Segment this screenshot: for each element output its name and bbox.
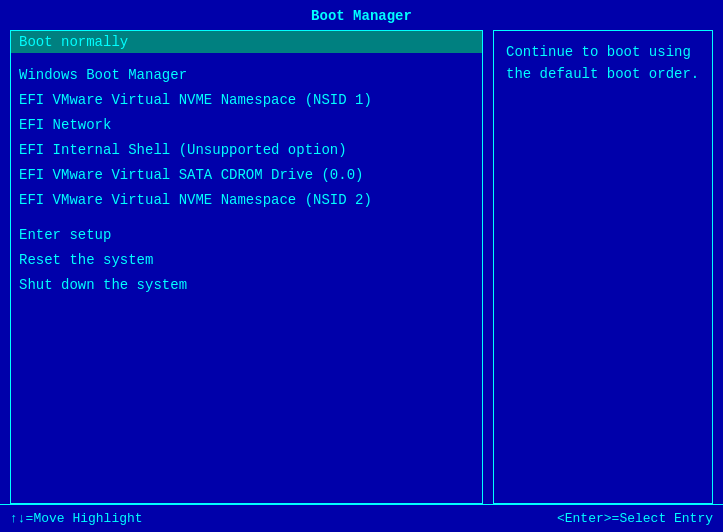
menu-item-reset-system[interactable]: Reset the system (19, 248, 474, 273)
boot-normally-item[interactable]: Boot normally (11, 31, 482, 53)
left-panel: Boot normally Windows Boot Manager EFI V… (10, 30, 483, 504)
menu-item-efi-internal-shell[interactable]: EFI Internal Shell (Unsupported option) (19, 138, 474, 163)
menu-item-efi-sata-cdrom[interactable]: EFI VMware Virtual SATA CDROM Drive (0.0… (19, 163, 474, 188)
title-bar: Boot Manager (0, 0, 723, 30)
main-area: Boot normally Windows Boot Manager EFI V… (0, 30, 723, 504)
title-text: Boot Manager (311, 8, 412, 24)
boot-normally-label: Boot normally (19, 34, 128, 50)
menu-item-enter-setup[interactable]: Enter setup (19, 223, 474, 248)
description-text: Continue to boot using the default boot … (506, 44, 699, 82)
status-bar: ↑↓=Move Highlight <Enter>=Select Entry (0, 504, 723, 532)
boot-manager-screen: Boot Manager Boot normally Windows Boot … (0, 0, 723, 532)
description-panel: Continue to boot using the default boot … (493, 30, 713, 504)
menu-spacer (19, 213, 474, 223)
menu-items: Windows Boot Manager EFI VMware Virtual … (11, 53, 482, 308)
menu-item-efi-nvme-nsid2[interactable]: EFI VMware Virtual NVME Namespace (NSID … (19, 188, 474, 213)
select-entry-hint: <Enter>=Select Entry (557, 511, 713, 526)
menu-item-shutdown[interactable]: Shut down the system (19, 273, 474, 298)
move-highlight-hint: ↑↓=Move Highlight (10, 511, 143, 526)
menu-item-efi-network[interactable]: EFI Network (19, 113, 474, 138)
menu-item-efi-nvme-nsid1[interactable]: EFI VMware Virtual NVME Namespace (NSID … (19, 88, 474, 113)
menu-item-windows-boot-manager[interactable]: Windows Boot Manager (19, 63, 474, 88)
